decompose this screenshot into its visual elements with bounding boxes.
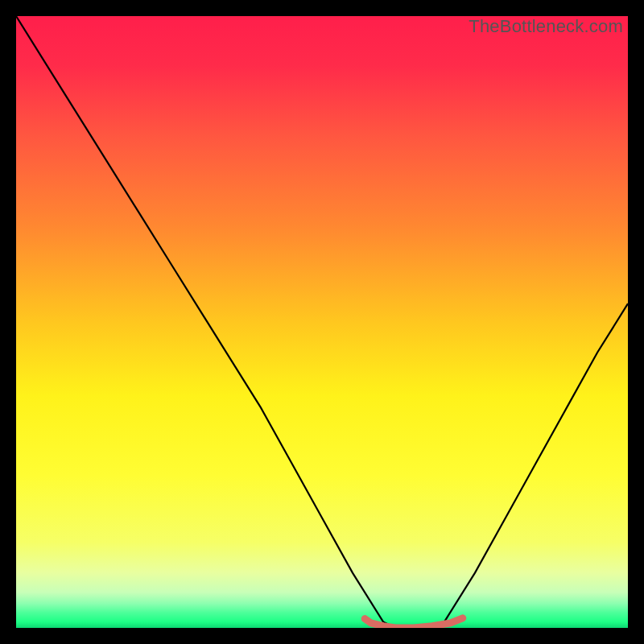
bottleneck-chart: [16, 16, 628, 628]
gradient-background: [16, 16, 628, 628]
watermark-text: TheBottleneck.com: [469, 16, 623, 37]
chart-frame: TheBottleneck.com: [16, 16, 628, 628]
